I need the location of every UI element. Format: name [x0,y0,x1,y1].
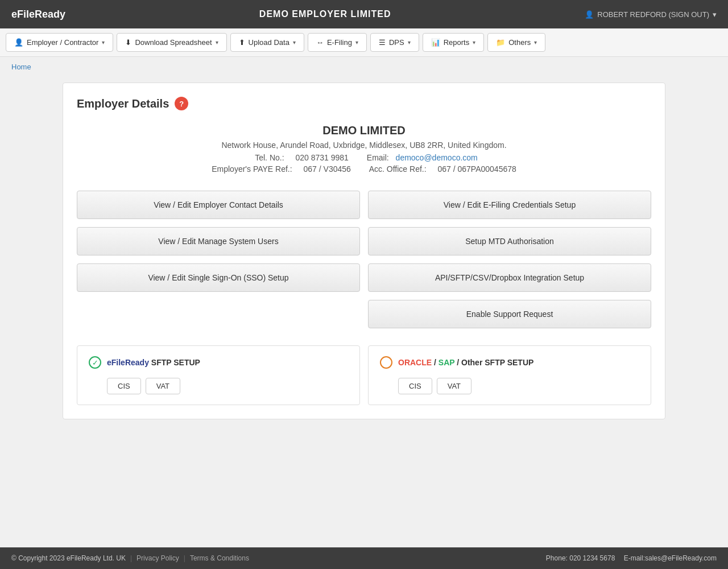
chevron-dps: ▾ [408,39,411,46]
nav-icon-upload-data: ⬆ [239,38,245,47]
sftp-grid: ✓eFileReady SFTP SETUPCISVATORACLE / SAP… [77,345,651,405]
nav-label-dps: DPS [389,38,404,47]
chevron-reports: ▾ [473,39,475,46]
empty-circle-icon [380,356,392,369]
action-btn-enable-support[interactable]: Enable Support Request [368,300,651,328]
nav-label-others: Others [508,38,531,47]
check-circle-icon: ✓ [89,356,101,369]
header-title: DEMO EMPLOYER LIMITED [259,9,391,19]
acc-office-value: 067 / 067PA00045678 [437,164,516,174]
breadcrumb: Home [0,57,728,77]
sftp-btn-vat-efileready-sftp[interactable]: VAT [146,378,180,394]
help-icon[interactable]: ? [175,97,188,110]
header-user[interactable]: 👤 ROBERT REDFORD (SIGN OUT) ▾ [585,10,717,19]
nav-btn-download-spreadsheet[interactable]: ⬇ Download Spreadsheet ▾ [117,33,226,52]
nav-btn-dps[interactable]: ☰ DPS ▾ [370,33,419,52]
sftp-btn-cis-oracle-sftp[interactable]: CIS [398,378,432,394]
email-label: Email: [367,153,389,162]
nav-label-e-filing: E-Filing [327,38,352,47]
nav-icon-employer-contractor: 👤 [14,38,23,47]
footer-terms-link[interactable]: Terms & Conditions [190,554,249,562]
nav-icon-others: 📁 [496,38,505,47]
footer-privacy-link[interactable]: Privacy Policy [136,554,179,562]
navbar: 👤 Employer / Contractor ▾⬇ Download Spre… [0,28,728,57]
email-value[interactable]: democo@democo.com [396,153,478,162]
chevron-employer-contractor: ▾ [102,39,105,46]
nav-icon-reports: 📊 [431,38,440,47]
nav-btn-reports[interactable]: 📊 Reports ▾ [423,33,485,52]
breadcrumb-home[interactable]: Home [11,63,31,71]
nav-label-upload-data: Upload Data [249,38,289,47]
sftp-title-efileready-sftp: eFileReady SFTP SETUP [107,358,200,367]
nav-label-employer-contractor: Employer / Contractor [27,38,98,47]
employer-details-title: Employer Details [77,97,169,110]
nav-icon-download-spreadsheet: ⬇ [125,38,131,47]
nav-btn-e-filing[interactable]: ↔ E-Filing ▾ [308,33,367,52]
company-info: DEMO LIMITED Network House, Arundel Road… [77,124,651,174]
footer-left: © Copyright 2023 eFileReady Ltd. UK | Pr… [11,554,249,562]
footer-copyright: © Copyright 2023 eFileReady Ltd. UK [11,554,126,562]
footer: © Copyright 2023 eFileReady Ltd. UK | Pr… [0,547,728,569]
sftp-title-oracle-sftp: ORACLE / SAP / Other SFTP SETUP [398,358,533,367]
action-btn-view-edit-sso[interactable]: View / Edit Single Sign-On (SSO) Setup [77,263,360,292]
card-title-row: Employer Details ? [77,97,651,110]
sftp-btns-efileready-sftp: CISVAT [107,378,348,394]
footer-phone: Phone: 020 1234 5678 [546,554,615,562]
nav-icon-e-filing: ↔ [316,38,324,47]
user-icon: 👤 [585,10,594,19]
footer-email: E-mail:sales@eFileReady.com [624,554,717,562]
action-btn-api-sftp[interactable]: API/SFTP/CSV/Dropbox Integration Setup [368,263,651,292]
nav-label-reports: Reports [444,38,470,47]
nav-label-download-spreadsheet: Download Spreadsheet [135,38,212,47]
employer-card: Employer Details ? DEMO LIMITED Network … [63,83,665,419]
sftp-section-oracle-sftp: ORACLE / SAP / Other SFTP SETUPCISVAT [368,345,651,405]
action-btn-view-edit-users[interactable]: View / Edit Manage System Users [77,227,360,255]
actions-grid: View / Edit Employer Contact DetailsView… [77,191,651,328]
action-btn-view-edit-efiling[interactable]: View / Edit E-Filing Credentials Setup [368,191,651,219]
chevron-upload-data: ▾ [293,39,296,46]
sftp-btn-vat-oracle-sftp[interactable]: VAT [437,378,471,394]
chevron-e-filing: ▾ [355,39,358,46]
paye-label: Employer's PAYE Ref.: [212,164,292,174]
chevron-down-icon: ▾ [713,10,717,19]
sftp-header-efileready-sftp: ✓eFileReady SFTP SETUP [89,356,348,369]
nav-btn-others[interactable]: 📁 Others ▾ [487,33,545,52]
chevron-download-spreadsheet: ▾ [216,39,218,46]
main-content: Employer Details ? DEMO LIMITED Network … [0,77,728,547]
footer-right: Phone: 020 1234 5678 E-mail:sales@eFileR… [546,554,717,562]
sftp-btn-cis-efileready-sftp[interactable]: CIS [107,378,141,394]
header: eFileReady DEMO EMPLOYER LIMITED 👤 ROBER… [0,0,728,28]
sftp-header-oracle-sftp: ORACLE / SAP / Other SFTP SETUP [380,356,639,369]
user-label: ROBERT REDFORD (SIGN OUT) [597,10,709,19]
tel-label: Tel. No.: [255,153,284,162]
tel-value: 020 8731 9981 [295,153,348,162]
company-name: DEMO LIMITED [77,124,651,137]
company-refs: Employer's PAYE Ref.: 067 / V30456 Acc. … [77,164,651,174]
company-tel-email: Tel. No.: 020 8731 9981 Email: democo@de… [77,153,651,162]
chevron-others: ▾ [534,39,537,46]
action-btn-setup-mtd[interactable]: Setup MTD Authorisation [368,227,651,255]
nav-btn-upload-data[interactable]: ⬆ Upload Data ▾ [230,33,304,52]
sftp-section-efileready-sftp: ✓eFileReady SFTP SETUPCISVAT [77,345,360,405]
company-address: Network House, Arundel Road, Uxbridge, M… [77,141,651,150]
nav-btn-employer-contractor[interactable]: 👤 Employer / Contractor ▾ [6,33,113,52]
action-btn-view-edit-employer-contact[interactable]: View / Edit Employer Contact Details [77,191,360,219]
nav-icon-dps: ☰ [379,38,386,47]
sftp-btns-oracle-sftp: CISVAT [398,378,639,394]
acc-office-label: Acc. Office Ref.: [369,164,427,174]
logo: eFileReady [11,9,65,20]
paye-value: 067 / V30456 [304,164,351,174]
